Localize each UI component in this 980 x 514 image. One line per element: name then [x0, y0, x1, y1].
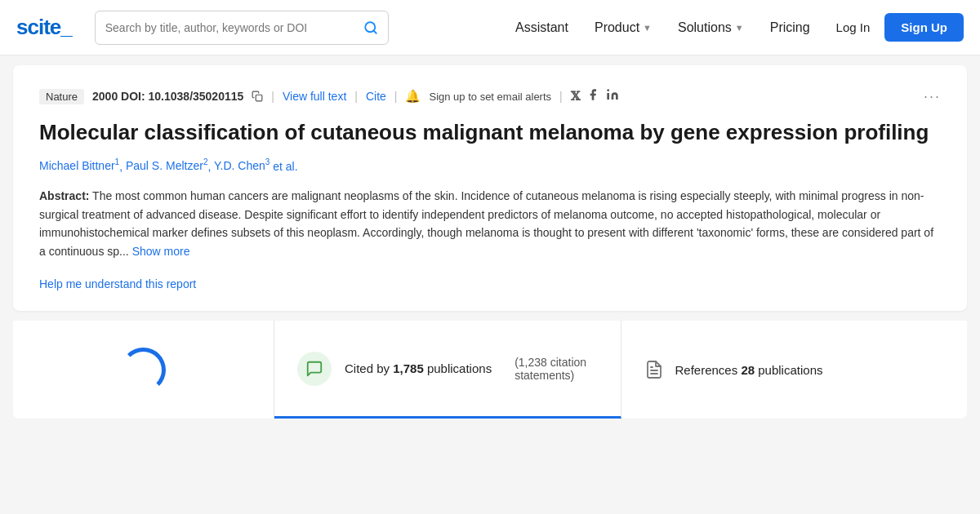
svg-rect-2 [256, 95, 263, 101]
year-doi: 2000 DOI: 10.1038/35020115 [92, 90, 243, 103]
solutions-chevron-icon: ▼ [735, 23, 744, 33]
svg-rect-3 [608, 93, 610, 100]
paper-card: Nature 2000 DOI: 10.1038/35020115 | View… [13, 65, 967, 311]
loading-spinner [121, 348, 166, 392]
bell-icon: 🔔 [405, 89, 421, 104]
references-panel[interactable]: References 28 publications [621, 321, 968, 419]
show-more-link[interactable]: Show more [132, 245, 190, 258]
social-icons: 𝕏 [571, 88, 620, 104]
loading-panel [13, 321, 274, 419]
facebook-icon[interactable] [586, 88, 599, 104]
svg-point-4 [608, 89, 610, 91]
signup-button[interactable]: Sign Up [884, 13, 964, 42]
nav-product[interactable]: Product ▼ [583, 14, 663, 42]
author-1[interactable]: Michael Bittner1 [39, 159, 119, 172]
twitter-icon[interactable]: 𝕏 [571, 89, 581, 104]
navbar: scite_ Assistant Product ▼ Solutions ▼ P… [0, 0, 980, 55]
journal-badge: Nature [39, 89, 84, 104]
linkedin-icon[interactable] [606, 88, 619, 104]
copy-icon[interactable] [252, 91, 263, 102]
alert-text: Sign up to set email alerts [429, 91, 551, 103]
help-understand-link[interactable]: Help me understand this report [39, 277, 196, 290]
authors: Michael Bittner1, Paul S. Meltzer2, Y.D.… [39, 158, 941, 173]
author-2[interactable]: Paul S. Meltzer2 [126, 159, 208, 172]
paper-title: Molecular classification of cutaneous ma… [39, 119, 941, 147]
search-icon [363, 20, 378, 35]
abstract: Abstract: The most common human cancers … [39, 187, 941, 260]
author-3[interactable]: Y.D. Chen3 [214, 159, 270, 172]
cited-by-text: Cited by 1,785 publications [345, 361, 492, 375]
search-input[interactable] [105, 21, 363, 34]
bottom-section: Cited by 1,785 publications (1,238 citat… [13, 321, 967, 419]
login-button[interactable]: Log In [825, 14, 882, 41]
citation-statements: (1,238 citation statements) [514, 356, 586, 382]
chat-icon [305, 360, 323, 378]
view-full-text-link[interactable]: View full text [283, 90, 346, 103]
search-bar[interactable] [95, 11, 389, 45]
nav-pricing[interactable]: Pricing [759, 14, 822, 42]
logo[interactable]: scite_ [16, 15, 72, 40]
abstract-label: Abstract: [39, 189, 89, 202]
nav-assistant[interactable]: Assistant [504, 14, 580, 42]
nav-links: Assistant Product ▼ Solutions ▼ Pricing … [504, 13, 964, 42]
citations-panel[interactable]: Cited by 1,785 publications (1,238 citat… [274, 321, 621, 419]
cite-link[interactable]: Cite [366, 90, 386, 103]
citations-info: Cited by 1,785 publications [345, 361, 492, 375]
meta-separator-1: | [271, 90, 274, 103]
document-icon [644, 360, 664, 379]
meta-row: Nature 2000 DOI: 10.1038/35020115 | View… [39, 88, 941, 104]
more-options-button[interactable]: ··· [924, 88, 941, 105]
chat-icon-circle [297, 352, 332, 386]
references-text: References 28 publications [675, 363, 823, 377]
product-chevron-icon: ▼ [643, 23, 652, 33]
nav-solutions[interactable]: Solutions ▼ [666, 14, 755, 42]
et-al-link[interactable]: et al. [273, 159, 297, 172]
svg-line-1 [373, 30, 376, 33]
logo-text: scite_ [16, 15, 72, 39]
